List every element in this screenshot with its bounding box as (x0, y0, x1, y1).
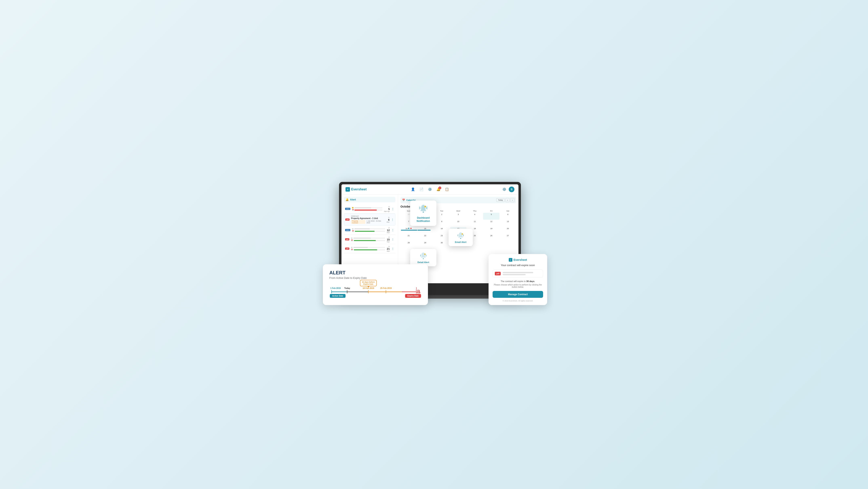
logo-icon: e (345, 187, 350, 192)
email-expire-text: The contract will expire in 30 days. (493, 280, 543, 283)
days-before-box: 30 days before Expiry Date (360, 280, 377, 288)
doc-line-2 (503, 274, 526, 275)
email-footer: © 2019 Eversheet. All rights reserved. (493, 300, 543, 302)
nav-document[interactable]: 📄 (420, 187, 424, 191)
svg-point-1 (462, 233, 463, 235)
cal-day[interactable]: 30 (434, 241, 450, 248)
cal-nav: Today ‹ › (496, 198, 515, 202)
alert-meta: Property Contract 1 Jan 2019 - 31 Des 20… (351, 220, 385, 224)
pbar-row-3 (352, 228, 385, 230)
cal-day[interactable]: 16 (434, 227, 450, 234)
nav-bell[interactable]: 🔔 5 (436, 187, 440, 191)
cal-header-thu: Thu (467, 209, 483, 213)
cal-day[interactable]: 20 (500, 227, 516, 234)
today-label: Today (344, 287, 350, 289)
cal-day[interactable]: 28 (400, 241, 417, 248)
alert-days-4: in 15 days (387, 236, 390, 242)
cal-day[interactable]: 26 (483, 234, 499, 241)
user-avatar[interactable]: S (509, 187, 515, 192)
more-btn[interactable]: ⋮ (391, 207, 394, 210)
alert-days-2: in 6 days (386, 217, 390, 223)
cal-day[interactable]: 4 (467, 213, 483, 220)
cal-day[interactable]: 19 (483, 227, 499, 234)
nav-list[interactable]: 📋 (445, 187, 449, 191)
cal-day[interactable]: 11 (467, 220, 483, 227)
cal-header-sat: Sat (500, 209, 516, 213)
prev-month-button[interactable]: ‹ (505, 198, 509, 202)
alert-ref: FRRF457 (351, 215, 385, 217)
cal-day[interactable]: 10 (450, 220, 467, 227)
alert-item-highlighted: .pdf FRRF457 Property Agreement - 1 Unit… (344, 214, 395, 226)
25feb-label: 25 Feb 2019 (380, 287, 392, 289)
alert-item-3: .docx 📅 (344, 226, 395, 235)
cal-day[interactable]: 27 (500, 234, 516, 241)
cal-day[interactable]: 15 (417, 227, 433, 234)
today-button[interactable]: Today (496, 198, 505, 202)
cal-header-wed: Wed (450, 209, 467, 213)
email-contract-preview: .pdf (493, 269, 543, 278)
app-header: e Eversheet 👤 📄 ⚙️ (341, 184, 519, 194)
more-btn-5[interactable]: ⋮ (391, 247, 394, 250)
cal-header-fri: Fri (483, 209, 499, 213)
bell-badge: 5 (438, 187, 441, 189)
date-range: 1 Jan 2019 - 31 Des 2019 (367, 220, 385, 224)
flow-icon: ⚙️ (428, 188, 432, 191)
alert-title: ALERT (329, 270, 422, 275)
pbar-fill-2 (354, 209, 377, 210)
active-date-label: 1 Feb 2019 (330, 287, 341, 289)
scene: e Eversheet 👤 📄 ⚙️ (323, 182, 545, 307)
person-icon: 👤 (411, 188, 415, 191)
cal-day[interactable]: 12 (483, 220, 499, 227)
more-btn-4[interactable]: ⋮ (391, 238, 394, 241)
cal-day[interactable]: 22 (417, 234, 433, 241)
doc-badge-4: .pdf (345, 238, 349, 240)
progress-bars-5: 📅 (351, 247, 385, 251)
nav-flow[interactable]: ⚙️ (428, 187, 432, 191)
cal-day[interactable]: 14 (400, 227, 417, 234)
cal-day[interactable]: 23 (434, 234, 450, 241)
progress-bars: 📅 (352, 207, 382, 211)
alert-subtitle: From Active Date to Expiry Date (329, 276, 422, 280)
pbar-row-2: 📅 (352, 209, 382, 211)
cal-day[interactable]: 21 (400, 234, 417, 241)
app-name: Eversheet (351, 188, 367, 191)
doc-badge-5: .pdf (345, 248, 349, 250)
svg-point-0 (424, 206, 426, 208)
cal-day[interactable]: 6 (500, 213, 516, 220)
track-3 (354, 228, 385, 229)
email-card-logo: e Eversheet (493, 258, 543, 262)
active-date-badge: Active Date (330, 294, 345, 298)
cal-day[interactable]: 29 (417, 241, 433, 248)
more-btn-2[interactable]: ⋮ (391, 218, 394, 221)
pbar-track-2 (354, 209, 382, 210)
doc-line-1 (503, 272, 533, 273)
cal-day[interactable]: 13 (500, 220, 516, 227)
alert-panel-title: 🔔 Alert (344, 197, 395, 202)
gear-icon[interactable]: ⚙️ (502, 187, 506, 191)
alert-days-5: in 21 days (387, 246, 390, 252)
cal-day[interactable]: 3 (450, 213, 467, 220)
dot-3 (352, 228, 353, 230)
cal-day-today[interactable]: 5 (483, 213, 499, 220)
manage-contract-button[interactable]: Manage Contract (493, 291, 543, 298)
email-logo-icon: e (509, 258, 513, 262)
email-card: e Eversheet Your contract will expire so… (489, 254, 547, 305)
nav-person[interactable]: 👤 (411, 187, 415, 191)
document-icon: 📄 (420, 188, 424, 191)
dashboard-bell-icon (412, 204, 434, 215)
expiry-date-badge: Expiry Date (405, 294, 421, 298)
progress-bars-3: 📅 (352, 228, 385, 232)
header-nav: 👤 📄 ⚙️ 🔔 5 📋 (388, 187, 472, 191)
email-doc-lines (503, 272, 541, 275)
alert-info: FRRF457 Property Agreement - 1 Unit Prop… (351, 215, 385, 224)
email-doc-icon: .pdf (495, 272, 501, 275)
timeline-container: 1 Feb 2019 Today 18 Feb 2019 25 Feb 2019… (329, 292, 422, 292)
doc-badge-pdf: .pdf (345, 219, 349, 221)
logo-area: e Eversheet (345, 187, 388, 192)
expiry-label: 1 Feb 2019 (416, 287, 420, 294)
more-btn-3[interactable]: ⋮ (391, 229, 394, 232)
next-month-button[interactable]: › (510, 198, 515, 202)
cal-dot: 📅 (352, 209, 353, 211)
email-alert-popup: Email Alert (448, 229, 473, 246)
alert-days: in 5 days ago (384, 206, 390, 212)
